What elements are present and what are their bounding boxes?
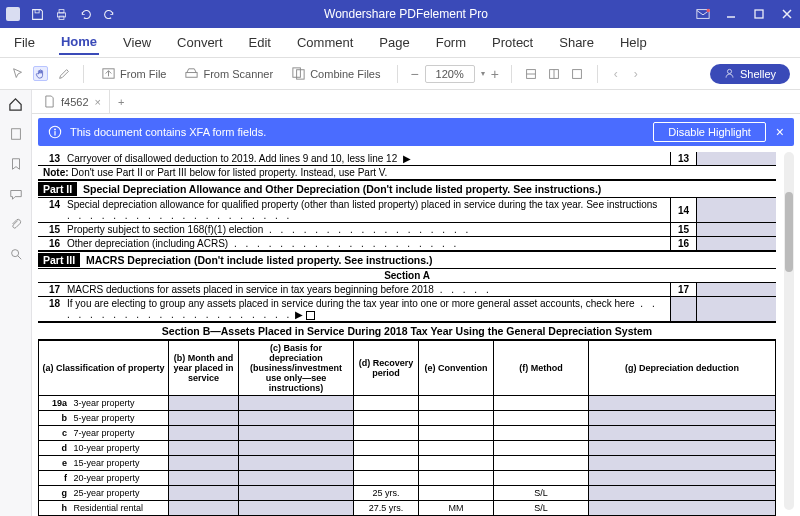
row-convention bbox=[419, 411, 494, 426]
from-scanner-button[interactable]: From Scanner bbox=[179, 63, 278, 84]
xfa-notification: This document contains XFA form fields. … bbox=[38, 118, 794, 146]
info-icon bbox=[48, 125, 62, 139]
row-month-field[interactable] bbox=[169, 441, 239, 456]
line16-field[interactable] bbox=[696, 237, 776, 250]
line15-box: 15 bbox=[670, 223, 696, 236]
row-deduction-field[interactable] bbox=[589, 501, 776, 516]
menu-file[interactable]: File bbox=[12, 31, 37, 54]
vertical-scrollbar[interactable] bbox=[784, 152, 794, 510]
line15-field[interactable] bbox=[696, 223, 776, 236]
row-method bbox=[494, 456, 589, 471]
new-tab-button[interactable]: + bbox=[110, 96, 132, 108]
menu-page[interactable]: Page bbox=[377, 31, 411, 54]
row-convention: MM bbox=[419, 501, 494, 516]
actual-size-icon[interactable] bbox=[570, 66, 585, 81]
row-month-field[interactable] bbox=[169, 426, 239, 441]
thumbnails-icon[interactable] bbox=[8, 126, 24, 142]
row-basis-field[interactable] bbox=[239, 441, 354, 456]
combine-files-button[interactable]: Combine Files bbox=[286, 63, 385, 84]
fit-page-icon[interactable] bbox=[547, 66, 562, 81]
menu-comment[interactable]: Comment bbox=[295, 31, 355, 54]
save-icon[interactable] bbox=[30, 7, 44, 21]
row-month-field[interactable] bbox=[169, 411, 239, 426]
disable-highlight-button[interactable]: Disable Highlight bbox=[653, 122, 766, 142]
row-recovery bbox=[354, 411, 419, 426]
row-deduction-field[interactable] bbox=[589, 471, 776, 486]
user-button[interactable]: Shelley bbox=[710, 64, 790, 84]
menu-help[interactable]: Help bbox=[618, 31, 649, 54]
row-class: e 15-year property bbox=[39, 456, 169, 471]
menu-convert[interactable]: Convert bbox=[175, 31, 225, 54]
bookmarks-icon[interactable] bbox=[8, 156, 24, 172]
zoom-in-button[interactable]: + bbox=[491, 66, 499, 82]
zoom-dropdown-icon[interactable]: ▾ bbox=[481, 69, 485, 78]
prev-page-icon[interactable]: ‹ bbox=[610, 67, 622, 81]
row-basis-field[interactable] bbox=[239, 426, 354, 441]
row-month-field[interactable] bbox=[169, 396, 239, 411]
scroll-thumb[interactable] bbox=[785, 192, 793, 272]
menu-share[interactable]: Share bbox=[557, 31, 596, 54]
search-icon[interactable] bbox=[8, 246, 24, 262]
row-month-field[interactable] bbox=[169, 456, 239, 471]
menu-view[interactable]: View bbox=[121, 31, 153, 54]
row-basis-field[interactable] bbox=[239, 486, 354, 501]
row-month-field[interactable] bbox=[169, 471, 239, 486]
edit-tool-icon[interactable] bbox=[56, 66, 71, 81]
next-page-icon[interactable]: › bbox=[630, 67, 642, 81]
zoom-value[interactable]: 120% bbox=[425, 65, 475, 83]
menu-form[interactable]: Form bbox=[434, 31, 468, 54]
fit-width-icon[interactable] bbox=[524, 66, 539, 81]
row-deduction-field[interactable] bbox=[589, 456, 776, 471]
pointer-tool-icon[interactable] bbox=[10, 66, 25, 81]
hand-tool-icon[interactable] bbox=[33, 66, 48, 81]
mail-icon[interactable] bbox=[696, 7, 710, 21]
row-deduction-field[interactable] bbox=[589, 441, 776, 456]
depreciation-table: (a) Classification of property (b) Month… bbox=[38, 340, 776, 516]
row-basis-field[interactable] bbox=[239, 471, 354, 486]
row-basis-field[interactable] bbox=[239, 501, 354, 516]
part2-label: Part II bbox=[38, 182, 77, 196]
row-method: S/L bbox=[494, 486, 589, 501]
row-deduction-field[interactable] bbox=[589, 411, 776, 426]
minimize-icon[interactable] bbox=[724, 7, 738, 21]
row-convention bbox=[419, 456, 494, 471]
row-deduction-field[interactable] bbox=[589, 486, 776, 501]
redo-icon[interactable] bbox=[102, 7, 116, 21]
row-deduction-field[interactable] bbox=[589, 396, 776, 411]
zoom-out-button[interactable]: − bbox=[410, 66, 418, 82]
row-method bbox=[494, 396, 589, 411]
svg-point-21 bbox=[54, 129, 56, 131]
tab-label: f4562 bbox=[61, 96, 89, 108]
home-icon[interactable] bbox=[8, 96, 24, 112]
xfa-close-icon[interactable]: × bbox=[776, 124, 784, 140]
app-title: Wondershare PDFelement Pro bbox=[116, 7, 696, 21]
row-basis-field[interactable] bbox=[239, 456, 354, 471]
menu-home[interactable]: Home bbox=[59, 30, 99, 55]
maximize-icon[interactable] bbox=[752, 7, 766, 21]
row-recovery bbox=[354, 396, 419, 411]
line15-num: 15 bbox=[38, 223, 64, 236]
row-basis-field[interactable] bbox=[239, 411, 354, 426]
line17-field[interactable] bbox=[696, 283, 776, 296]
line14-field[interactable] bbox=[696, 198, 776, 222]
svg-point-16 bbox=[727, 69, 731, 73]
print-icon[interactable] bbox=[54, 7, 68, 21]
row-deduction-field[interactable] bbox=[589, 426, 776, 441]
document-tab[interactable]: f4562 × bbox=[36, 90, 110, 113]
undo-icon[interactable] bbox=[78, 7, 92, 21]
left-sidebar bbox=[0, 90, 32, 516]
note-text: Don't use Part II or Part III below for … bbox=[71, 167, 387, 178]
line18-num: 18 bbox=[38, 297, 64, 321]
line18-checkbox[interactable] bbox=[306, 311, 315, 320]
line13-field[interactable] bbox=[696, 152, 776, 165]
row-month-field[interactable] bbox=[169, 501, 239, 516]
tab-close-icon[interactable]: × bbox=[95, 96, 101, 108]
comments-icon[interactable] bbox=[8, 186, 24, 202]
menu-edit[interactable]: Edit bbox=[247, 31, 273, 54]
from-file-button[interactable]: From File bbox=[96, 63, 171, 84]
attachments-icon[interactable] bbox=[8, 216, 24, 232]
row-basis-field[interactable] bbox=[239, 396, 354, 411]
row-month-field[interactable] bbox=[169, 486, 239, 501]
menu-protect[interactable]: Protect bbox=[490, 31, 535, 54]
close-icon[interactable] bbox=[780, 7, 794, 21]
